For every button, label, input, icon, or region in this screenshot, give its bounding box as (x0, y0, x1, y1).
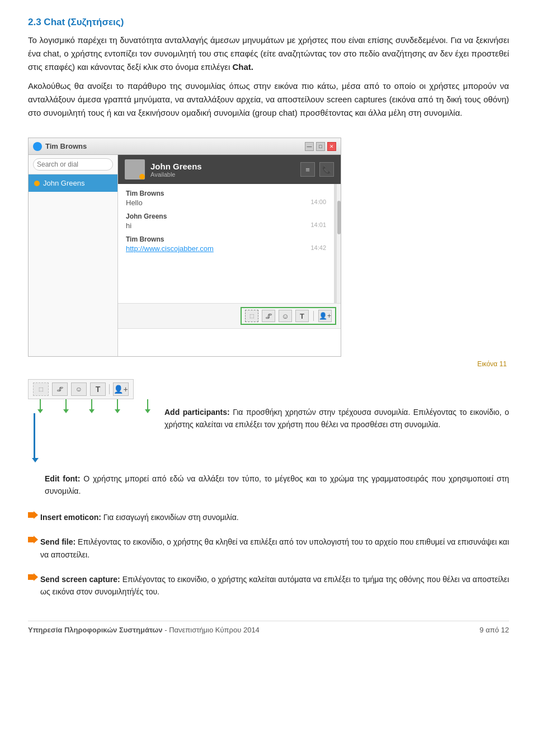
window-controls[interactable]: — □ ✕ (305, 142, 336, 151)
app-icon (33, 142, 42, 151)
chat-contact-name: John Greens (150, 162, 295, 171)
close-button[interactable]: ✕ (327, 142, 336, 151)
msg-text-2: hi (126, 221, 131, 230)
expanded-add-participant-btn[interactable]: 👤+ (113, 382, 129, 396)
chat-notes-icon[interactable]: ≡ (300, 162, 315, 177)
msg-sender-2: John Greens (126, 212, 326, 220)
contact-status-dot (34, 181, 40, 186)
msg-text-1: Hello (126, 199, 143, 207)
arrow-send-screen (28, 573, 38, 583)
insert-emoticon-label: Insert emoticon: (40, 513, 101, 522)
chat-input-area[interactable] (118, 328, 341, 356)
send-file-text: Επιλέγοντας το εικονίδιο, ο χρήστης θα κ… (40, 537, 509, 559)
avatar-status-dot (139, 174, 145, 179)
expanded-screen-capture-btn[interactable]: ⬚ (33, 382, 49, 396)
scrollbar-track[interactable] (336, 184, 341, 303)
minimize-button[interactable]: — (305, 142, 314, 151)
svg-marker-1 (28, 536, 38, 544)
chat-body: John Greens John Greens Available ≡ (29, 155, 341, 356)
msg-time-2: 14:01 (310, 221, 326, 228)
contact-item-john-greens[interactable]: John Greens (29, 174, 117, 192)
arrow-insert-emoticon (28, 511, 38, 521)
edit-font-block: Edit font: Ο χρήστης μπορεί από εδώ να α… (28, 472, 509, 503)
chat-avatar (125, 159, 145, 179)
screen-capture-toolbar-btn[interactable]: ⬚ (245, 310, 258, 322)
contact-name: John Greens (43, 179, 84, 187)
send-file-label: Send file: (40, 537, 76, 546)
add-participants-label: Add participants: (164, 408, 230, 417)
message-block-2: John Greens hi 14:01 (126, 212, 326, 230)
section-title: 2.3 Chat (Συζητήσεις) (28, 17, 509, 28)
footer-page-number: 9 από 12 (479, 626, 509, 634)
chat-header: John Greens Available ≡ 📞 (118, 155, 341, 184)
chat-contact-status: Available (150, 171, 295, 178)
chat-bold: Chat. (232, 62, 253, 72)
msg-row-2: hi 14:01 (126, 221, 326, 230)
send-screen-capture-block: Send screen capture: Επιλέγοντας το εικο… (28, 573, 509, 604)
figure-label: Εικόνα 11 (28, 360, 509, 368)
msg-row-3: http://www.ciscojabber.com 14:42 (126, 244, 326, 253)
message-block-1: Tim Browns Hello 14:00 (126, 190, 326, 207)
add-participants-desc-block: Add participants: Για προσθήκη χρηστών σ… (164, 379, 509, 437)
search-bar[interactable] (29, 155, 117, 174)
window-titlebar: Tim Browns — □ ✕ (29, 138, 341, 155)
chat-messages: Tim Browns Hello 14:00 John Greens hi (118, 184, 336, 303)
msg-sender-1: Tim Browns (126, 190, 326, 197)
edit-font-label: Edit font: (45, 474, 80, 483)
expanded-toolbar-sep (109, 384, 110, 394)
toolbar-highlight-box: ⬚ 🖇 ☺ T 👤+ (241, 307, 336, 325)
edit-font-text: Ο χρήστης μπορεί από εδώ να αλλάξει τον … (45, 474, 509, 495)
window-title: Tim Browns (45, 142, 87, 150)
msg-time-1: 14:00 (310, 199, 326, 205)
restore-button[interactable]: □ (316, 142, 325, 151)
toolbar-separator (313, 311, 314, 321)
chat-header-icons: ≡ 📞 (300, 162, 334, 177)
section-para2: Ακολούθως θα ανοίξει το παράθυρο της συν… (28, 79, 509, 120)
send-file-toolbar-btn[interactable]: 🖇 (262, 310, 275, 322)
window-title-left: Tim Browns (33, 142, 87, 151)
arrow-send-file (28, 536, 38, 545)
send-file-block: Send file: Επιλέγοντας το εικονίδιο, ο χ… (28, 536, 509, 566)
msg-row-1: Hello 14:00 (126, 199, 326, 207)
msg-sender-3: Tim Browns (126, 235, 326, 243)
expanded-font-btn[interactable]: T (90, 382, 106, 396)
emoticon-toolbar-btn[interactable]: ☺ (279, 310, 292, 322)
svg-marker-0 (28, 511, 38, 519)
section-para1: Το λογισμικό παρέχει τη δυνατότητα ανταλ… (28, 34, 509, 74)
scrollbar-thumb[interactable] (337, 201, 341, 234)
chat-header-info: John Greens Available (150, 162, 295, 178)
chat-main: John Greens Available ≡ 📞 Tim Browns (118, 155, 341, 356)
chat-toolbar: ⬚ 🖇 ☺ T 👤+ (118, 303, 341, 328)
chat-sidebar: John Greens (29, 155, 118, 356)
insert-emoticon-text: Για εισαγωγή εικονιδίων στη συνομιλία. (103, 513, 239, 522)
svg-marker-2 (28, 573, 38, 581)
chat-call-icon[interactable]: 📞 (319, 162, 334, 177)
footer-org: Υπηρεσία Πληροφορικών Συστημάτων (28, 626, 163, 634)
footer-separator: - (164, 626, 169, 634)
search-input[interactable] (33, 158, 113, 171)
expanded-toolbar-row: ⬚ 🖇 ☺ T 👤+ (28, 379, 134, 399)
insert-emoticon-block: Insert emoticon: Για εισαγωγή εικονιδίων… (28, 511, 509, 529)
send-screen-capture-label: Send screen capture: (40, 575, 120, 584)
font-toolbar-btn[interactable]: T (295, 310, 309, 322)
chat-screenshot: Tim Browns — □ ✕ John Greens (28, 138, 341, 357)
footer-left: Υπηρεσία Πληροφορικών Συστημάτων - Πανεπ… (28, 626, 260, 634)
expanded-emoticon-btn[interactable]: ☺ (71, 382, 87, 396)
footer-university: Πανεπιστήμιο Κύπρου 2014 (169, 626, 260, 634)
msg-time-3: 14:42 (310, 244, 326, 251)
message-block-3: Tim Browns http://www.ciscojabber.com 14… (126, 235, 326, 253)
msg-link-3[interactable]: http://www.ciscojabber.com (126, 244, 214, 253)
add-participant-toolbar-btn[interactable]: 👤+ (318, 310, 332, 322)
page-footer: Υπηρεσία Πληροφορικών Συστημάτων - Πανεπ… (28, 621, 509, 634)
expanded-send-file-btn[interactable]: 🖇 (52, 382, 68, 396)
